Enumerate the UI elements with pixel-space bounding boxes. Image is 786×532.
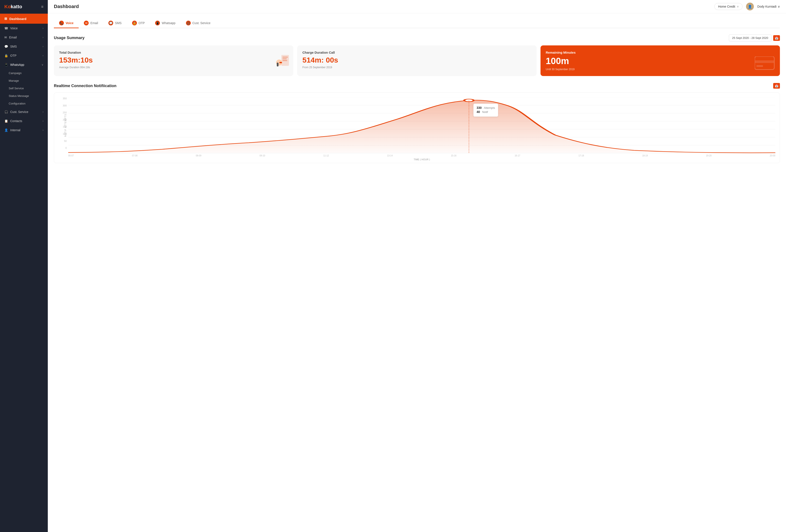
chevron-down-icon: › xyxy=(43,129,43,132)
sidebar-email-label: Email xyxy=(9,36,17,39)
chart-container: NOTIF ATTEMPTS 350 300 250 200 150 100 5… xyxy=(54,93,780,163)
tooltip-notif-value: 40 xyxy=(477,110,480,114)
chevron-down-icon: › xyxy=(43,36,43,39)
tab-sms-label: SMS xyxy=(115,21,121,25)
x-axis-title: TIME ( HOUR ) xyxy=(68,158,776,161)
sidebar-item-campaign[interactable]: Campaign xyxy=(9,69,48,77)
sidebar-item-configuration[interactable]: Configuration xyxy=(9,100,48,107)
tab-cust-label: Cust. Service xyxy=(192,21,210,25)
status-message-label: Status Message xyxy=(9,94,29,97)
dashboard-icon: ⊞ xyxy=(4,17,7,21)
dashboard-label: Dashboard xyxy=(9,17,26,21)
realtime-chart-section: Realtime Connection Notifiication 📅 NOTI… xyxy=(54,83,780,163)
tooltip-attempts-value: 330 xyxy=(477,106,482,110)
svg-rect-1 xyxy=(282,57,288,57)
tab-email-label: Email xyxy=(90,21,98,25)
sidebar: Kokatto ≡ ⊞ Dashboard ☎ Voice › ✉ Email … xyxy=(0,0,48,532)
chart-inner: NOTIF ATTEMPTS 350 300 250 200 150 100 5… xyxy=(56,97,776,154)
usage-summary-title: Usage Summary xyxy=(54,36,85,40)
sidebar-whatsapp-label: WhatsApp xyxy=(10,63,24,67)
email-icon: ✉ xyxy=(4,36,7,39)
tab-cust-service[interactable]: 🎧 Cust. Service xyxy=(181,19,216,28)
total-duration-sub: Average Duration 00m:18s xyxy=(59,66,288,69)
realtime-header: Realtime Connection Notifiication 📅 xyxy=(54,83,780,89)
sidebar-contacts-label: Contacts xyxy=(10,119,22,123)
whatsapp-tab-icon: 📱 xyxy=(155,21,160,25)
manage-label: Manage xyxy=(9,79,19,82)
sidebar-sms-label: SMS xyxy=(10,45,17,48)
voice-icon: ☎ xyxy=(4,26,8,30)
sidebar-item-contacts[interactable]: 📋 Contacts › xyxy=(0,116,48,125)
tab-sms[interactable]: 💬 SMS xyxy=(103,19,126,28)
total-duration-card: Total Duration 153m:10s Average Duration… xyxy=(54,45,293,76)
chevron-down-icon: › xyxy=(43,27,43,30)
y-axis-labels: 350 300 250 200 150 100 50 0 xyxy=(56,97,67,149)
campaign-label: Campaign xyxy=(9,71,22,75)
tab-email[interactable]: ✉ Email xyxy=(79,19,103,28)
sidebar-voice-label: Voice xyxy=(10,26,18,30)
sidebar-item-status-message[interactable]: Status Message xyxy=(9,92,48,100)
company-selector[interactable]: Home Credit ∨ xyxy=(714,3,743,10)
sidebar-item-whatsapp[interactable]: 📱 WhatsApp ∨ xyxy=(0,60,48,69)
sidebar-item-self-service[interactable]: Self Service xyxy=(9,85,48,92)
sidebar-internal-label: Internal xyxy=(10,129,20,132)
x-axis-labels: 00-07 07-08 08-09 09-10 11-12 13-14 15-1… xyxy=(68,155,776,157)
otp-icon: 🔒 xyxy=(4,54,8,57)
sidebar-item-manage[interactable]: Manage xyxy=(9,77,48,85)
calendar-icon[interactable]: 📅 xyxy=(773,35,780,41)
tab-voice-label: Voice xyxy=(66,21,73,25)
channel-tabs: 📞 Voice ✉ Email 💬 SMS 🔒 OTP 📱 Whatsapp 🎧 xyxy=(54,19,780,28)
chart-calendar-icon[interactable]: 📅 xyxy=(773,83,780,89)
hamburger-icon[interactable]: ≡ xyxy=(41,4,43,9)
tab-otp-label: OTP xyxy=(139,21,145,25)
logo-k: Ko xyxy=(4,4,10,9)
svg-rect-8 xyxy=(755,61,774,63)
sidebar-item-email[interactable]: ✉ Email › xyxy=(0,33,48,42)
sidebar-item-cust-service[interactable]: 🎧 Cust. Service › xyxy=(0,107,48,116)
charge-duration-title: Charge Duration Call xyxy=(302,51,531,54)
user-menu[interactable]: Dody Kurniadi ∨ xyxy=(757,5,780,8)
sidebar-item-sms[interactable]: 💬 SMS › xyxy=(0,42,48,51)
tab-whatsapp-label: Whatsapp xyxy=(162,21,175,25)
usage-summary-header: Usage Summary 25 Sept 2020 - 28 Sept 202… xyxy=(54,34,780,42)
sidebar-otp-label: OTP xyxy=(10,54,17,57)
chart-svg xyxy=(68,97,776,154)
tab-otp[interactable]: 🔒 OTP xyxy=(127,19,150,28)
summary-cards: Total Duration 153m:10s Average Duration… xyxy=(54,45,780,76)
charge-duration-sub: From 25 September 2019 xyxy=(302,66,531,69)
remaining-minutes-title: Remaining Minutes xyxy=(546,51,775,54)
tab-voice[interactable]: 📞 Voice xyxy=(54,19,79,28)
cust-service-icon: 🎧 xyxy=(4,110,8,114)
self-service-label: Self Service xyxy=(9,87,24,90)
company-name: Home Credit xyxy=(718,5,735,8)
tooltip-attempts-label: Attempts xyxy=(484,106,495,110)
svg-rect-3 xyxy=(282,60,287,61)
svg-rect-9 xyxy=(757,65,763,67)
tooltip-row-notif: 40 Notif xyxy=(477,110,495,114)
chevron-down-icon: › xyxy=(43,119,43,122)
cust-tab-icon: 🎧 xyxy=(186,21,191,25)
date-range-picker[interactable]: 25 Sept 2020 - 28 Sept 2020 xyxy=(729,34,771,42)
remaining-minutes-value: 100m xyxy=(546,56,775,66)
whatsapp-submenu: Campaign Manage Self Service Status Mess… xyxy=(0,69,48,107)
voice-tab-icon: 📞 xyxy=(59,21,64,25)
sidebar-item-dashboard[interactable]: ⊞ Dashboard xyxy=(0,14,48,24)
card-illustration xyxy=(272,51,291,71)
sidebar-item-voice[interactable]: ☎ Voice › xyxy=(0,24,48,33)
configuration-label: Configuration xyxy=(9,102,25,105)
card-bg-decoration xyxy=(755,56,777,73)
user-name-text: Dody Kurniadi xyxy=(757,5,777,8)
svg-rect-2 xyxy=(282,59,287,59)
charge-duration-card: Charge Duration Call 514m: 00s From 25 S… xyxy=(297,45,537,76)
otp-tab-icon: 🔒 xyxy=(132,21,137,25)
tab-whatsapp[interactable]: 📱 Whatsapp xyxy=(150,19,181,28)
sidebar-item-otp[interactable]: 🔒 OTP › xyxy=(0,51,48,60)
sms-icon: 💬 xyxy=(4,45,8,48)
whatsapp-icon: 📱 xyxy=(4,63,8,67)
sidebar-item-internal[interactable]: 👤 Internal › xyxy=(0,125,48,135)
sidebar-logo: Kokatto ≡ xyxy=(0,0,48,14)
date-range-text: 25 Sept 2020 - 28 Sept 2020 xyxy=(732,36,768,40)
chevron-down-icon: ∨ xyxy=(778,5,780,8)
content-area: 📞 Voice ✉ Email 💬 SMS 🔒 OTP 📱 Whatsapp 🎧 xyxy=(48,13,786,532)
svg-rect-6 xyxy=(279,62,282,63)
